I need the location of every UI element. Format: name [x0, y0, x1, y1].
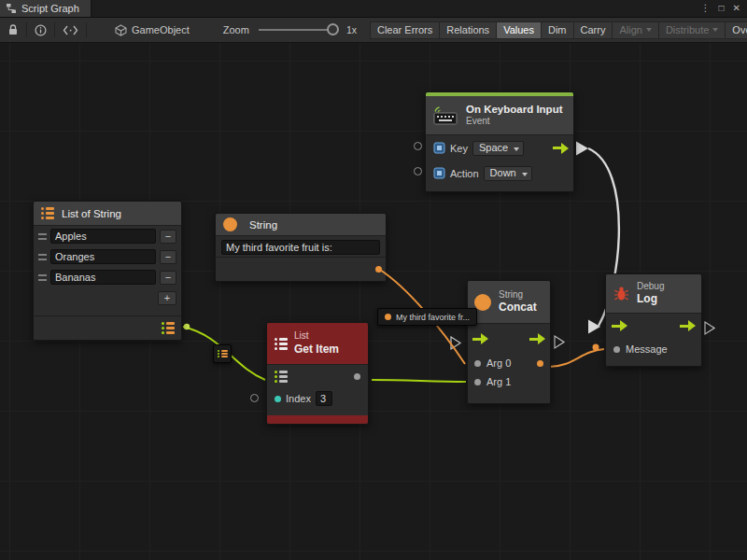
control-flow-row: [606, 314, 701, 338]
string-output-row: [216, 257, 386, 281]
node-concat[interactable]: String Concat Arg 0 Arg 1: [467, 280, 551, 404]
list-item-row: −: [34, 226, 181, 246]
node-header[interactable]: String Concat: [468, 281, 550, 324]
list-item-input[interactable]: [50, 229, 156, 244]
distribute-button[interactable]: Distribute: [658, 21, 725, 39]
remove-item-button[interactable]: −: [160, 250, 176, 264]
toolbar-button-group: Clear Errors Relations Values Dim Carry …: [370, 21, 747, 39]
node-debug-log[interactable]: Debug Log Message: [605, 273, 702, 367]
list-icon: [218, 350, 228, 357]
node-category: Debug: [637, 281, 664, 293]
clear-errors-button[interactable]: Clear Errors: [370, 21, 439, 39]
overview-button[interactable]: Overv: [725, 21, 747, 39]
node-title: Log: [637, 292, 664, 306]
info-icon[interactable]: [35, 24, 47, 36]
arg1-label: Arg 1: [486, 376, 511, 387]
index-outer-port[interactable]: [250, 394, 259, 402]
node-get-item[interactable]: List Get Item Index: [266, 322, 369, 425]
index-input[interactable]: [316, 391, 332, 406]
result-output-port[interactable]: [537, 360, 543, 367]
drag-handle-icon[interactable]: [38, 274, 47, 281]
wire-value-tooltip: My third favorite fr...: [377, 308, 477, 326]
list-item-input[interactable]: [50, 270, 156, 285]
window-menu-icon[interactable]: ⋮: [701, 4, 711, 13]
arg0-input-port[interactable]: [474, 360, 481, 367]
node-string-literal[interactable]: String: [215, 213, 387, 282]
node-subtitle: Event: [466, 116, 563, 128]
list-input-port[interactable]: [275, 371, 288, 383]
maximize-icon[interactable]: □: [719, 4, 725, 13]
flow-input-port[interactable]: [612, 320, 627, 331]
keyboard-icon: [433, 105, 458, 125]
tooltip-text: My third favorite fr...: [396, 313, 470, 322]
node-on-keyboard-input[interactable]: On Keyboard Input Event Key Space Action…: [425, 91, 574, 192]
list-icon: [275, 338, 288, 350]
node-title: Get Item: [294, 343, 339, 357]
node-header[interactable]: On Keyboard Input Event: [426, 96, 573, 135]
toolbar-separator: [54, 22, 55, 37]
zoom-slider-knob[interactable]: [327, 23, 339, 35]
values-button[interactable]: Values: [496, 21, 541, 39]
string-type-icon: [474, 294, 491, 311]
index-input-port[interactable]: [275, 396, 281, 402]
list-output-row: [34, 315, 181, 340]
lock-icon[interactable]: [7, 24, 19, 36]
flow-output-port[interactable]: [529, 333, 545, 344]
list-icon: [41, 207, 54, 219]
unity-script-graph-window: { "window": { "tab_title": "Script Graph…: [0, 0, 747, 560]
flow-output-port[interactable]: [680, 320, 696, 331]
string-value-input[interactable]: [221, 240, 380, 255]
node-title: On Keyboard Input: [466, 103, 563, 116]
flow-input-port[interactable]: [472, 333, 488, 344]
wire-list-type-badge: [213, 344, 232, 363]
remove-item-button[interactable]: −: [160, 230, 176, 244]
gameobject-icon: [115, 24, 127, 36]
drag-handle-icon[interactable]: [38, 254, 47, 260]
node-color-strip: [267, 415, 368, 424]
arg1-input-port[interactable]: [474, 379, 481, 385]
node-header[interactable]: String: [216, 214, 386, 236]
align-button[interactable]: Align: [612, 21, 657, 39]
arg0-label: Arg 0: [486, 357, 511, 369]
key-input-port[interactable]: [414, 142, 422, 150]
tab-script-graph[interactable]: Script Graph: [0, 0, 92, 17]
zoom-value: 1x: [346, 24, 357, 35]
node-header[interactable]: List Get Item: [267, 323, 368, 365]
chevron-down-icon: [646, 28, 652, 32]
key-label: Key: [450, 143, 468, 154]
carry-button[interactable]: Carry: [573, 21, 613, 39]
action-dropdown[interactable]: Down: [484, 166, 532, 181]
action-input-port[interactable]: [414, 167, 422, 175]
remove-item-button[interactable]: −: [160, 271, 176, 285]
node-list-of-string[interactable]: List of String − − − +: [33, 201, 182, 341]
node-title: String: [249, 219, 277, 231]
trigger-output-port[interactable]: [553, 143, 569, 154]
key-dropdown[interactable]: Space: [472, 141, 524, 156]
drag-handle-icon[interactable]: [38, 233, 47, 240]
key-row: Key Space: [426, 135, 573, 161]
node-category: List: [294, 330, 339, 343]
toolbar-separator: [26, 22, 27, 37]
dim-button[interactable]: Dim: [541, 21, 573, 39]
relations-button[interactable]: Relations: [439, 21, 496, 39]
index-row: Index: [267, 387, 368, 410]
graph-toolbar: GameObject Zoom 1x Clear Errors Relation…: [0, 17, 747, 43]
code-view-icon[interactable]: [63, 25, 78, 35]
node-category: String: [499, 289, 537, 301]
script-graph-icon: [6, 3, 17, 14]
index-label: Index: [286, 393, 311, 404]
arg0-row: Arg 0: [468, 354, 550, 372]
add-item-button[interactable]: +: [158, 291, 176, 305]
string-output-port[interactable]: [375, 266, 382, 273]
close-icon[interactable]: ✕: [733, 4, 740, 13]
message-input-port[interactable]: [613, 346, 620, 353]
item-output-port[interactable]: [354, 373, 360, 380]
node-header[interactable]: List of String: [34, 202, 181, 226]
node-header[interactable]: Debug Log: [606, 274, 701, 314]
list-output-port[interactable]: [162, 322, 175, 334]
list-item-input[interactable]: [50, 249, 156, 264]
keycode-icon: [433, 142, 445, 154]
gameobject-label[interactable]: GameObject: [132, 24, 190, 35]
zoom-slider[interactable]: [259, 29, 335, 31]
string-value-row: [216, 236, 386, 257]
